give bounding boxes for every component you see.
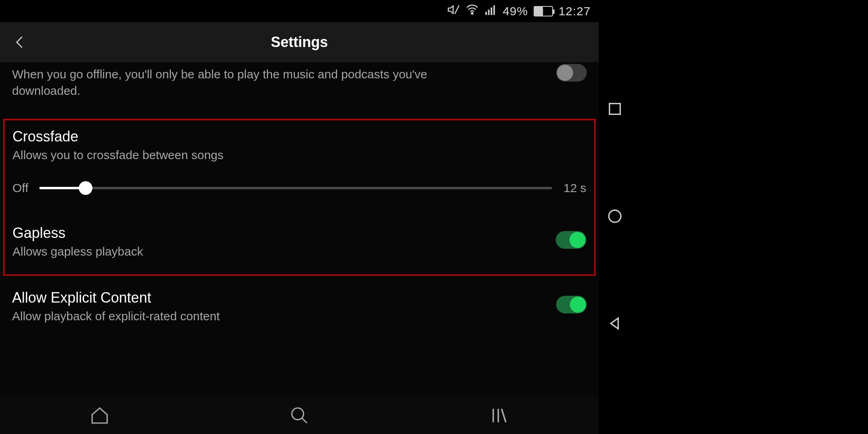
explicit-title: Allow Explicit Content	[12, 289, 220, 306]
svg-line-7	[302, 418, 307, 423]
svg-rect-5	[493, 5, 495, 15]
gapless-setting: Gapless Allows gapless playback	[12, 221, 586, 258]
crossfade-slider-row: Off 12 s	[12, 181, 586, 195]
system-recent-button[interactable]	[607, 101, 623, 119]
circle-icon	[607, 208, 623, 224]
crossfade-min-label: Off	[12, 181, 28, 195]
battery-icon: ❘	[534, 6, 553, 16]
offline-setting-row: When you go offline, you'll only be able…	[0, 62, 599, 111]
explicit-description: Allow playback of explicit-rated content	[12, 309, 220, 323]
svg-rect-4	[491, 8, 492, 15]
system-home-button[interactable]	[607, 208, 623, 226]
crossfade-description: Allows you to crossfade between songs	[12, 148, 586, 162]
crossfade-max-label: 12 s	[563, 181, 586, 195]
crossfade-title: Crossfade	[12, 128, 586, 145]
system-back-button[interactable]	[607, 315, 623, 333]
explicit-setting: Allow Explicit Content Allow playback of…	[0, 276, 599, 323]
offline-toggle[interactable]	[556, 64, 587, 82]
nav-home[interactable]	[0, 397, 200, 434]
triangle-back-icon	[607, 315, 623, 332]
svg-line-10	[502, 409, 506, 422]
settings-content: When you go offline, you'll only be able…	[0, 62, 599, 397]
svg-rect-2	[485, 12, 487, 15]
crossfade-slider-thumb[interactable]	[79, 181, 92, 195]
home-icon	[90, 405, 110, 426]
gapless-description: Allows gapless playback	[12, 245, 143, 258]
mute-icon	[447, 3, 460, 19]
gapless-toggle[interactable]	[556, 231, 586, 249]
highlight-box: Crossfade Allows you to crossfade betwee…	[3, 119, 596, 276]
offline-description: When you go offline, you'll only be able…	[12, 66, 474, 99]
svg-marker-13	[611, 318, 618, 329]
nav-search[interactable]	[200, 397, 399, 434]
square-icon	[607, 101, 623, 117]
search-icon	[289, 405, 309, 426]
signal-icon	[484, 3, 497, 19]
svg-rect-3	[488, 10, 489, 15]
svg-line-0	[455, 5, 459, 14]
crossfade-setting: Crossfade Allows you to crossfade betwee…	[12, 128, 586, 195]
page-header: Settings	[0, 22, 599, 62]
svg-rect-11	[610, 104, 620, 115]
nav-library[interactable]	[399, 397, 599, 434]
app-screen: 49% ❘ 12:27 Settings When you go offline…	[0, 0, 599, 434]
explicit-toggle[interactable]	[556, 296, 587, 313]
page-title: Settings	[0, 34, 599, 51]
filler	[631, 0, 868, 434]
library-icon	[489, 405, 509, 426]
svg-point-6	[292, 408, 303, 420]
battery-percent-label: 49%	[503, 4, 528, 18]
svg-point-12	[609, 210, 621, 222]
clock-label: 12:27	[559, 4, 591, 18]
bottom-nav	[0, 397, 599, 434]
wifi-icon	[466, 3, 479, 19]
gapless-title: Gapless	[12, 225, 143, 242]
crossfade-slider[interactable]	[39, 187, 552, 189]
svg-point-1	[471, 12, 473, 14]
system-nav-bar	[599, 0, 631, 434]
status-bar: 49% ❘ 12:27	[0, 0, 599, 22]
